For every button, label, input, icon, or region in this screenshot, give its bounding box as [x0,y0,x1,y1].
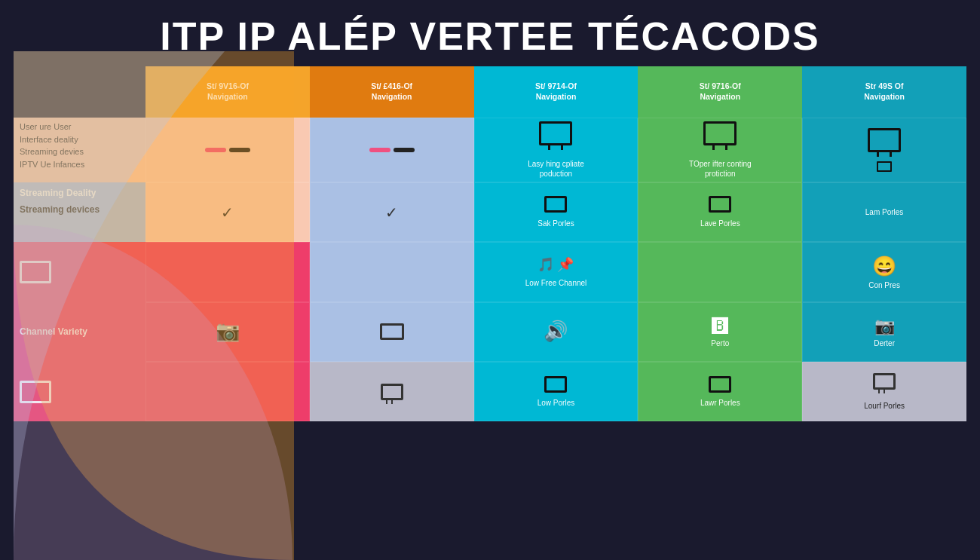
cell-text-lam: Lam Porles [865,207,904,217]
cell-r3-c1 [145,242,310,301]
monitor-left-1 [20,261,51,283]
cell-r2-c4: Lave Porles [638,182,802,242]
dash-bar-1 [205,148,250,152]
cell-r2-c1: ✓ [145,182,310,242]
derter-label: Derter [874,338,895,348]
checkmark-2: ✓ [385,203,398,222]
monitor-block-1: Lasy hing cpliatepoduction [528,121,584,179]
cell-r1-c4: TOper ifter contingprotiction [638,118,802,182]
col-header-5: Str 49S Of Navigation [802,66,966,118]
cell-r3-c4 [638,242,802,301]
dash-dark-2 [394,148,415,152]
row-label-2: Streaming Deality Streaming devices [14,182,145,242]
pinterest-icon: 📌 [557,256,574,274]
cell-r4-c2 [310,302,474,362]
col-header-3: St/ 9714-Of Navigation [474,66,639,118]
monitor-left-2 [20,381,51,403]
speaker-icon: 🔊 [544,319,568,344]
monitor-icon-1 [539,121,572,145]
dash-pink-2 [369,148,390,152]
cell-r5-c1 [145,362,310,421]
row-label-5 [14,362,145,421]
monitor-icon-3 [868,128,901,152]
cell-r5-c2 [310,362,474,421]
music-icon: 🎵 [537,256,554,274]
monitor-icon-teal [544,376,567,393]
cell-r4-c3: 🔊 [474,302,639,362]
cell-r3-c2 [310,242,474,301]
emoji-icon-1: 😄 [872,254,896,280]
emoji-con-pres: 😄 Con Pres [868,254,900,291]
monitor-icon-gray [873,373,896,390]
dash-dark [229,148,250,152]
col-header-2: St/ £416-Of Navigation [310,66,474,118]
con-pres-label: Con Pres [868,280,900,290]
lawr-porles-label: Lawr Porles [700,398,740,408]
cell-r3-c3: 🎵 📌 Low Free Channel [474,242,639,301]
checkmark-1: ✓ [221,203,234,222]
cell-r1-c2 [310,118,474,182]
tv-icon-block [381,384,403,400]
dash-pink [205,148,226,152]
camera-icon: 📷 [216,319,240,344]
perto-label: Perto [711,338,729,348]
monitor-icon-col2 [380,323,404,340]
monitor-icon-2 [703,121,737,145]
col-header-1: St/ 9V16-Of Navigation [145,66,310,118]
monitor-low-1: Low Porles [537,376,574,408]
col-header-4: St/ 9716-Of Navigation [638,66,802,118]
derter-icon: 📷 [874,316,895,338]
b-icon-block: 🅱 Perto [711,316,729,349]
cell-r1-c1 [145,118,310,182]
lourf-porles-label: Lourf Porles [864,401,905,411]
cell-r2-c3: Sak Porles [474,182,639,242]
row-label-1: User ure User Interface deality Streamin… [14,118,145,182]
cell-r4-c5: 📷 Derter [802,302,966,362]
row-label-3 [14,242,145,301]
icon-row: 🎵 📌 [537,256,574,274]
monitor-block-3 [868,128,901,172]
monitor-icon-green [709,376,731,393]
cam-block: 📷 Derter [874,316,895,349]
cell-r5-c5: Lourf Porles [802,362,966,421]
row-label-4: Channel Variety [14,302,145,362]
low-free-channel-label: Low Free Channel [525,278,587,288]
monitor-sm-icon [877,161,892,172]
cell-r2-c2: ✓ [310,182,474,242]
low-porles-1: Low Porles [537,398,574,408]
cell-r3-c5: 😄 Con Pres [802,242,966,301]
monitor-sm-1 [544,196,567,213]
cell-r5-c3: Low Porles [474,362,639,421]
cell-r5-c4: Lawr Porles [638,362,802,421]
monitor-lawr: Lawr Porles [700,376,740,408]
tv-icon [381,384,403,400]
monitor-sm-2 [709,196,731,213]
music-pin-block: 🎵 📌 Low Free Channel [525,256,587,288]
b-icon: 🅱 [712,316,728,338]
cell-r1-c5 [802,118,966,182]
cell-r4-c1: 📷 [145,302,310,362]
monitor-block-2: TOper ifter contingprotiction [689,121,752,179]
comparison-grid: St/ 9V16-Of Navigation St/ £416-Of Navig… [14,66,966,541]
tv-legs [386,398,393,404]
page-title: ITP IP ALÉP VERTEE TÉCACODS [0,0,980,66]
dash-bar-2 [369,148,415,152]
cell-r2-c5: Lam Porles [802,182,966,242]
header-label-empty [14,66,145,118]
monitor-lourf: Lourf Porles [864,373,905,411]
cell-r1-c3: Lasy hing cpliatepoduction [474,118,639,182]
cell-r4-c4: 🅱 Perto [638,302,802,362]
monitor-text-1: Sak Porles [537,196,574,228]
monitor-text-2: Lave Porles [700,196,740,228]
